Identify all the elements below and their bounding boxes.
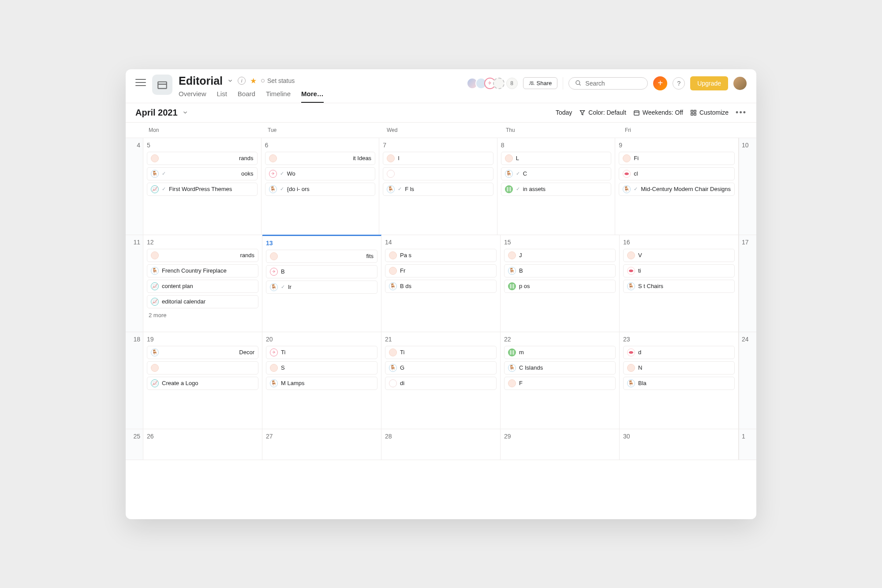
- task-card[interactable]: 🪑✓C: [501, 167, 612, 180]
- task-card[interactable]: Ti: [385, 346, 497, 359]
- task-card[interactable]: Fr: [385, 264, 497, 277]
- chevron-down-icon[interactable]: [227, 78, 233, 84]
- task-card[interactable]: Pa s: [385, 249, 497, 262]
- color-filter[interactable]: Color: Default: [579, 109, 626, 116]
- tab-list[interactable]: List: [217, 90, 227, 103]
- task-card[interactable]: d: [623, 346, 735, 359]
- day-cell[interactable]: 23dN🪑Bla: [620, 332, 739, 429]
- avatar-stack[interactable]: ✈ 8: [469, 78, 518, 89]
- help-button[interactable]: ?: [673, 77, 685, 90]
- task-card[interactable]: 🪑✓ooks: [147, 167, 258, 180]
- weekend-cell[interactable]: 10: [739, 138, 756, 235]
- task-card[interactable]: 🪑B ds: [385, 280, 497, 293]
- task-card[interactable]: 🪑✓{do i- ors: [265, 183, 376, 196]
- upgrade-button[interactable]: Upgrade: [690, 76, 728, 90]
- task-card[interactable]: 🪑✓Mid-Century Modern Chair Designs: [619, 183, 735, 196]
- task-card[interactable]: m: [504, 346, 616, 359]
- task-card[interactable]: p os: [504, 280, 616, 293]
- day-cell[interactable]: 26: [143, 429, 262, 460]
- task-card[interactable]: 🪑B: [504, 264, 616, 277]
- task-card[interactable]: 🪑S t Chairs: [623, 280, 735, 293]
- avatar-count[interactable]: 8: [506, 78, 518, 89]
- star-icon[interactable]: ★: [250, 76, 257, 86]
- task-card[interactable]: ✈Ti: [266, 346, 377, 359]
- day-cell[interactable]: 13fits✈B🪑✓Ir: [262, 235, 381, 332]
- day-cell[interactable]: 8L🪑✓C✓in assets: [497, 138, 616, 235]
- task-card[interactable]: ✓in assets: [501, 183, 612, 196]
- tab-board[interactable]: Board: [238, 90, 255, 103]
- task-card[interactable]: [383, 167, 493, 180]
- day-cell[interactable]: 28: [381, 429, 501, 460]
- task-card[interactable]: ✈✓Wo: [265, 167, 376, 180]
- info-icon[interactable]: i: [238, 77, 246, 85]
- day-cell[interactable]: 12rands🪑French Country Fireplace📈content…: [143, 235, 262, 332]
- day-cell[interactable]: 6it Ideas✈✓Wo🪑✓{do i- ors: [262, 138, 380, 235]
- weekend-cell[interactable]: 4: [126, 138, 143, 235]
- task-card[interactable]: [147, 361, 258, 375]
- weekend-cell[interactable]: 1: [739, 429, 756, 460]
- task-card[interactable]: 🪑Decor: [147, 346, 258, 359]
- weekends-toggle[interactable]: Weekends: Off: [633, 109, 683, 116]
- task-card[interactable]: fits: [266, 250, 377, 263]
- customize-button[interactable]: Customize: [690, 109, 729, 116]
- weekend-cell[interactable]: 17: [739, 235, 756, 332]
- task-card[interactable]: S: [266, 361, 377, 375]
- task-card[interactable]: 🪑✓Ir: [266, 281, 377, 294]
- task-card[interactable]: J: [504, 249, 616, 262]
- task-card[interactable]: F: [504, 377, 616, 390]
- tab-more[interactable]: More…: [301, 90, 324, 103]
- more-options[interactable]: •••: [736, 108, 747, 117]
- day-cell[interactable]: 22m🪑C IslandsF: [501, 332, 620, 429]
- task-card[interactable]: cl: [619, 167, 735, 180]
- avatar-add[interactable]: [493, 78, 505, 89]
- task-card[interactable]: 📈✓First WordPress Themes: [147, 183, 258, 196]
- weekend-cell[interactable]: 18: [126, 332, 143, 429]
- task-card[interactable]: 🪑C Islands: [504, 361, 616, 375]
- task-card[interactable]: 📈Create a Logo: [147, 377, 258, 390]
- project-title[interactable]: Editorial: [179, 75, 223, 87]
- task-card[interactable]: N: [623, 361, 735, 375]
- day-cell[interactable]: 14Pa sFr🪑B ds: [381, 235, 501, 332]
- today-button[interactable]: Today: [556, 109, 572, 116]
- task-card[interactable]: Fi: [619, 152, 735, 165]
- day-cell[interactable]: 7I🪑✓F ls: [379, 138, 497, 235]
- task-card[interactable]: di: [385, 377, 497, 390]
- day-cell[interactable]: 30: [620, 429, 739, 460]
- task-card[interactable]: ti: [623, 264, 735, 277]
- tab-timeline[interactable]: Timeline: [266, 90, 291, 103]
- day-cell[interactable]: 9Ficl🪑✓Mid-Century Modern Chair Designs: [615, 138, 739, 235]
- weekend-cell[interactable]: 25: [126, 429, 143, 460]
- task-card[interactable]: L: [501, 152, 612, 165]
- task-card[interactable]: I: [383, 152, 493, 165]
- day-cell[interactable]: 19🪑Decor📈Create a Logo: [143, 332, 262, 429]
- day-cell[interactable]: 15J🪑Bp os: [501, 235, 620, 332]
- add-button[interactable]: +: [653, 76, 667, 90]
- day-cell[interactable]: 20✈TiS🪑M Lamps: [262, 332, 381, 429]
- status-button[interactable]: Set status: [261, 77, 295, 84]
- task-card[interactable]: it Ideas: [265, 152, 376, 165]
- day-cell[interactable]: 5rands🪑✓ooks📈✓First WordPress Themes: [143, 138, 262, 235]
- task-card[interactable]: 🪑French Country Fireplace: [147, 264, 258, 277]
- menu-icon[interactable]: [135, 77, 146, 88]
- day-cell[interactable]: 16Vti🪑S t Chairs: [620, 235, 739, 332]
- task-card[interactable]: 🪑✓F ls: [383, 183, 493, 196]
- search-input[interactable]: Search: [568, 77, 648, 90]
- tab-overview[interactable]: Overview: [179, 90, 206, 103]
- task-card[interactable]: 📈content plan: [147, 280, 258, 293]
- task-card[interactable]: 🪑Bla: [623, 377, 735, 390]
- task-card[interactable]: 📈editorial calendar: [147, 295, 258, 308]
- day-cell[interactable]: 27: [262, 429, 381, 460]
- weekend-cell[interactable]: 24: [739, 332, 756, 429]
- share-button[interactable]: Share: [523, 77, 558, 89]
- task-card[interactable]: rands: [147, 249, 258, 262]
- task-card[interactable]: ✈B: [266, 265, 377, 278]
- month-picker[interactable]: April 2021: [135, 108, 188, 118]
- task-card[interactable]: V: [623, 249, 735, 262]
- more-tasks-link[interactable]: 2 more: [147, 311, 258, 320]
- task-card[interactable]: 🪑G: [385, 361, 497, 375]
- project-icon[interactable]: [152, 75, 172, 95]
- weekend-cell[interactable]: 11: [126, 235, 143, 332]
- task-card[interactable]: rands: [147, 152, 258, 165]
- day-cell[interactable]: 29: [501, 429, 620, 460]
- day-cell[interactable]: 21Ti🪑Gdi: [381, 332, 501, 429]
